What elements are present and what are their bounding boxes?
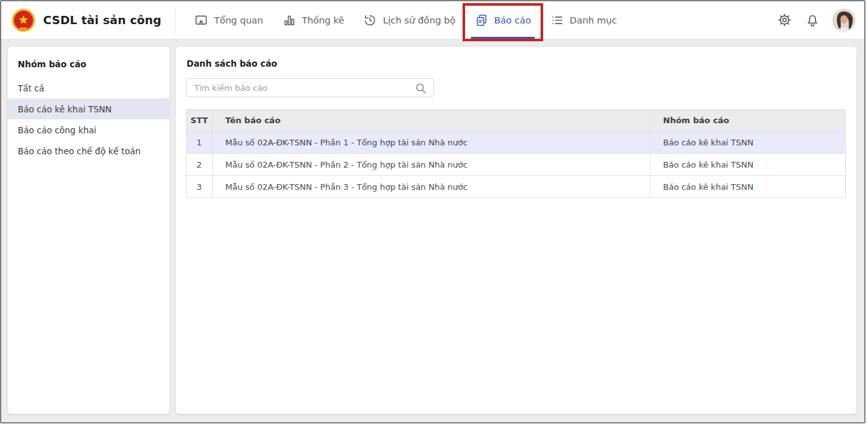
cell-report-name: Mẫu số 02A-ĐK-TSNN - Phần 1 - Tổng hợp t… xyxy=(213,131,650,154)
bell-icon xyxy=(805,12,820,28)
top-bar: CSDL tài sản công Tổng quan Thống kê xyxy=(1,1,864,39)
report-table: STT Tên báo cáo Nhóm báo cáo 1 Mẫu số 02… xyxy=(186,109,846,198)
tab-bao-cao[interactable]: Báo cáo xyxy=(465,1,541,39)
catalog-icon xyxy=(550,13,564,27)
header-divider xyxy=(175,7,176,34)
tab-label: Lịch sử đồng bộ xyxy=(383,15,455,25)
statistics-icon xyxy=(282,13,296,27)
overview-icon xyxy=(194,13,208,27)
user-avatar[interactable] xyxy=(832,9,855,32)
column-header-ten-bao-cao: Tên báo cáo xyxy=(213,110,650,131)
tab-lich-su-dong-bo[interactable]: Lịch sử đồng bộ xyxy=(353,1,464,39)
search-button[interactable] xyxy=(414,81,428,98)
sidebar-item-bao-cao-che-do-ke-toan[interactable]: Báo cáo theo chế độ kế toán xyxy=(8,140,169,161)
report-group-sidebar: Nhóm báo cáo Tất cả Báo cáo kê khai TSNN… xyxy=(8,47,169,414)
sidebar-item-tat-ca[interactable]: Tất cả xyxy=(8,77,169,98)
table-row[interactable]: 2 Mẫu số 02A-ĐK-TSNN - Phần 2 - Tổng hợp… xyxy=(187,154,846,176)
sidebar-item-label: Báo cáo kê khai TSNN xyxy=(18,104,112,114)
tab-label: Thống kê xyxy=(302,15,345,25)
cell-stt: 2 xyxy=(187,154,213,176)
search-icon xyxy=(414,81,428,95)
panel-title: Danh sách báo cáo xyxy=(187,58,846,69)
app-window: CSDL tài sản công Tổng quan Thống kê xyxy=(0,0,865,423)
sidebar-item-label: Tất cả xyxy=(18,83,44,93)
active-tab-underline xyxy=(471,37,535,39)
reports-icon xyxy=(475,13,489,27)
table-row[interactable]: 1 Mẫu số 02A-ĐK-TSNN - Phần 1 - Tổng hợp… xyxy=(187,131,846,154)
column-header-nhom-bao-cao: Nhóm báo cáo xyxy=(650,110,846,131)
sidebar-item-bao-cao-ke-khai-tsnn[interactable]: Báo cáo kê khai TSNN xyxy=(8,98,169,119)
sidebar-title: Nhóm báo cáo xyxy=(8,50,169,77)
sidebar-item-label: Báo cáo theo chế độ kế toán xyxy=(18,146,141,156)
tab-label: Báo cáo xyxy=(494,15,531,25)
tab-label: Tổng quan xyxy=(214,15,263,25)
search-input[interactable] xyxy=(187,79,433,97)
cell-stt: 1 xyxy=(187,131,213,154)
report-search-box xyxy=(186,78,434,97)
main-nav: Tổng quan Thống kê Lịch sử đồng bộ xyxy=(185,1,626,39)
column-header-stt: STT xyxy=(187,110,213,131)
brand: CSDL tài sản công xyxy=(11,8,161,32)
tab-thong-ke[interactable]: Thống kê xyxy=(273,1,354,39)
notifications-button[interactable] xyxy=(805,12,820,28)
avatar-photo xyxy=(832,9,855,32)
tab-tong-quan[interactable]: Tổng quan xyxy=(185,1,272,39)
cell-report-group: Báo cáo kê khai TSNN xyxy=(650,154,846,176)
tab-label: Danh mục xyxy=(570,15,617,25)
gear-icon xyxy=(777,12,792,28)
cell-report-name: Mẫu số 02A-ĐK-TSNN - Phần 2 - Tổng hợp t… xyxy=(213,154,650,176)
app-title: CSDL tài sản công xyxy=(43,13,161,27)
cell-report-group: Báo cáo kê khai TSNN xyxy=(650,176,846,198)
sidebar-item-bao-cao-cong-khai[interactable]: Báo cáo công khai xyxy=(8,119,169,140)
sidebar-item-label: Báo cáo công khai xyxy=(18,125,96,135)
cell-report-group: Báo cáo kê khai TSNN xyxy=(650,131,846,154)
vietnam-emblem-logo xyxy=(11,8,36,32)
settings-button[interactable] xyxy=(777,12,792,28)
table-row[interactable]: 3 Mẫu số 02A-ĐK-TSNN - Phần 3 - Tổng hợp… xyxy=(187,176,846,198)
tab-danh-muc[interactable]: Danh mục xyxy=(541,1,626,39)
cell-stt: 3 xyxy=(187,176,213,198)
sync-history-icon xyxy=(363,13,377,27)
header-actions xyxy=(777,9,855,32)
cell-report-name: Mẫu số 02A-ĐK-TSNN - Phần 3 - Tổng hợp t… xyxy=(213,176,650,198)
report-list-panel: Danh sách báo cáo STT Tên báo cáo Nhóm b… xyxy=(176,47,857,414)
table-header-row: STT Tên báo cáo Nhóm báo cáo xyxy=(187,110,846,131)
